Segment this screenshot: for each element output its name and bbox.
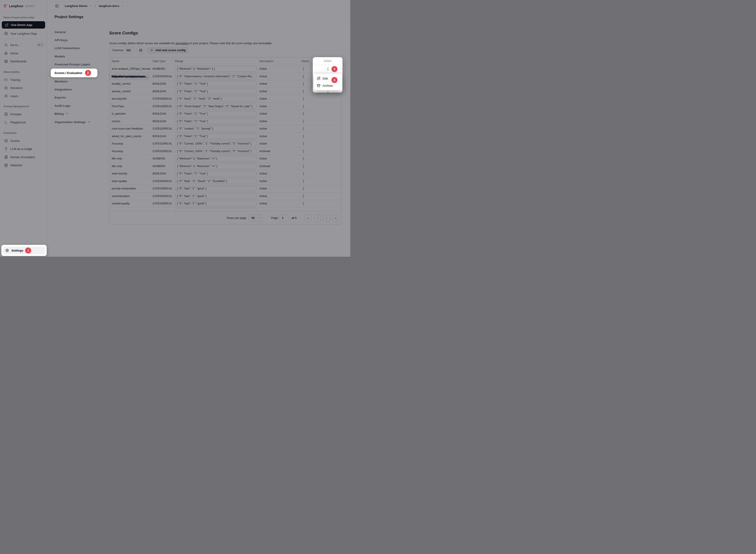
settings-nav: General API Keys LLM Connections Models … (51, 28, 97, 126)
pagination-button[interactable]: « (305, 215, 312, 221)
table-row: context-quality CATEGORICAL { "0": "bad"… (109, 200, 341, 208)
settings-nav-item[interactable]: Models (51, 52, 97, 60)
cell-datatype: CATEGORICAL (153, 180, 175, 183)
rows-per-page-label: Rows per page (227, 216, 246, 220)
sidebar-item[interactable]: Tracing (0, 76, 47, 84)
row-actions-kebab[interactable]: ⋮ (302, 112, 306, 115)
annotation-link[interactable]: annotation (175, 42, 189, 45)
cell-datatype: CATEGORICAL (153, 195, 175, 198)
row-actions-kebab[interactable]: ⋮ (302, 172, 306, 175)
pagination-button[interactable]: » (332, 215, 339, 221)
sidebar-item[interactable]: Users (0, 92, 47, 100)
cell-action: ⋮ (302, 179, 326, 183)
cell-action: ⋮ (302, 164, 326, 168)
row-actions-kebab[interactable]: ⋮ (302, 202, 306, 205)
row-actions-kebab[interactable]: ⋮ (302, 164, 306, 168)
cell-datatype: CATEGORICAL (153, 187, 175, 190)
settings-nav-item[interactable]: Billing (51, 110, 97, 118)
sidebar-item[interactable]: Scores (0, 137, 47, 145)
settings-nav-item[interactable]: API Keys (51, 36, 97, 44)
row-actions-kebab[interactable]: ⋮ (302, 142, 306, 145)
row-height-button[interactable] (137, 47, 144, 54)
sidebar-item[interactable]: Datasets (0, 161, 47, 169)
settings-nav-item[interactable]: Organization Settings (51, 118, 97, 126)
sidebar-item[interactable]: Human Annotation (0, 153, 47, 161)
row-actions-kebab[interactable]: ⋮ (302, 90, 306, 93)
row-actions-kebab[interactable]: ⋮ (302, 127, 306, 130)
settings-nav-item[interactable]: General (51, 28, 97, 36)
row-actions-kebab[interactable]: ⋮ (302, 150, 306, 153)
sidebar-item[interactable]: Prompts (0, 110, 47, 118)
cell-datatype: CATEGORICAL (153, 150, 175, 153)
cell-status: Active (259, 82, 302, 85)
cell-name: error-analysis_OffTopic_Human (112, 67, 153, 70)
columns-button[interactable]: Columns 6/8 (109, 47, 134, 54)
sidebar-item[interactable]: Dashboards (0, 57, 47, 66)
cell-range: { "0": "context", "1": "prompt" } (175, 126, 259, 131)
sidebar-item[interactable]: Sessions (0, 84, 47, 92)
col-header-datatype[interactable]: Data Type (153, 60, 175, 63)
cell-range: { "0": "bad", "1": "good" } (175, 201, 259, 206)
row-actions-kebab[interactable]: ⋮ (302, 105, 306, 108)
settings-nav-item[interactable]: Audit Logs (51, 102, 97, 110)
row-actions-kebab[interactable]: ⋮ (302, 82, 306, 85)
settings-nav-item[interactable]: Scores / Evaluation 2 (51, 69, 97, 77)
col-header-description[interactable]: Description (259, 60, 302, 63)
breadcrumb-project[interactable]: langfuse-docs (99, 4, 119, 8)
add-score-config-button[interactable]: Add new score config (147, 47, 188, 54)
row-actions-kebab[interactable]: ⋮ (302, 74, 306, 78)
cell-action: ⋮ (302, 134, 326, 138)
users-icon (4, 94, 8, 98)
langfuse-logo-icon (4, 4, 7, 8)
settings-nav-item[interactable]: Members (51, 77, 97, 85)
col-header-name[interactable]: Name (112, 60, 153, 63)
breadcrumb-separator: / (95, 4, 96, 8)
row-actions-kebab[interactable]: ⋮ (302, 157, 306, 160)
cell-status: Active (259, 75, 302, 78)
cell-datatype: CATEGORICAL (153, 105, 175, 108)
pagination-button[interactable]: › (323, 215, 330, 221)
cell-status: Archived (259, 150, 302, 153)
row-actions-kebab[interactable]: ⋮ (302, 134, 306, 138)
cell-action: ⋮ (302, 172, 326, 175)
cell-status: Active (259, 120, 302, 123)
action-menu-item[interactable]: Edit (314, 75, 342, 82)
settings-nav-item[interactable]: Protected Prompt Labels (51, 61, 97, 69)
sidebar-toggle-icon[interactable] (55, 4, 59, 8)
pagination-button[interactable]: ‹ (314, 215, 321, 221)
home-icon (4, 51, 8, 55)
row-actions-kebab[interactable]: ⋮ (302, 97, 306, 100)
row-actions-kebab[interactable]: ⋮ (302, 67, 306, 70)
settings-nav-item[interactable]: LLM Connections (51, 44, 97, 52)
cell-datatype: NUMERIC (153, 67, 175, 70)
sidebar-item[interactable]: Home (0, 49, 47, 57)
chevron-down-icon[interactable] (89, 5, 92, 7)
table-row: prompt-composition CATEGORICAL { "0": "b… (109, 185, 341, 192)
breadcrumb-org[interactable]: Langfuse Demo (65, 4, 87, 8)
action-menu-item[interactable]: Archive (314, 82, 342, 89)
sidebar-item-orgs[interactable]: Your Langfuse Orgs (0, 30, 47, 38)
row-actions-kebab[interactable]: ⋮ (302, 187, 306, 190)
row-actions-kebab[interactable]: ⋮ (302, 195, 306, 198)
row-actions-kebab[interactable]: ⋮ (302, 119, 306, 123)
col-header-range[interactable]: Range (175, 60, 259, 63)
cell-action: ⋮ (302, 157, 326, 160)
settings-nav-item[interactable]: Exports (51, 94, 97, 102)
row-actions-kebab[interactable]: ⋮ (326, 67, 330, 70)
chevron-down-icon[interactable] (121, 5, 124, 7)
cell-datatype: NUMERIC (153, 157, 175, 160)
sidebar-section-evaluation: Evaluation (4, 131, 16, 134)
use-demo-app-button[interactable]: Use Demo App (2, 21, 45, 29)
sidebar-item-goto[interactable]: Go to... ⌘ K (0, 41, 47, 49)
sidebar-item-settings[interactable]: Settings (3, 246, 45, 254)
cell-status: Active (259, 187, 302, 190)
settings-nav-item[interactable]: Integrations (51, 85, 97, 93)
page-number-input[interactable]: 1 (279, 215, 288, 221)
sidebar-item[interactable]: Playground (0, 118, 47, 126)
cell-status: Active (259, 127, 302, 130)
rows-per-page-select[interactable]: 50 (249, 215, 263, 221)
row-actions-kebab[interactable]: ⋮ (302, 179, 306, 183)
cell-status: Active (259, 202, 302, 205)
cell-range: { "0": "False", "1": "True" } (175, 89, 259, 94)
sidebar-item[interactable]: LLM-as-a-Judge (0, 145, 47, 153)
